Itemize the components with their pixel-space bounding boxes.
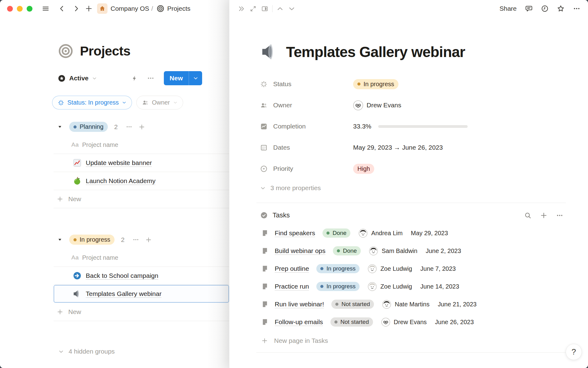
project-row[interactable]: Launch Notion Academy <box>54 172 229 190</box>
task-date[interactable]: June 26, 2023 <box>435 319 474 326</box>
side-peek-icon[interactable] <box>261 5 269 13</box>
task-person[interactable]: Andrea Lim <box>371 230 402 237</box>
filter-status-pill[interactable]: Status: In progress <box>52 96 132 109</box>
project-title[interactable]: Back to School campaign <box>86 272 158 279</box>
new-button-dropdown[interactable] <box>189 71 202 85</box>
comment-icon[interactable] <box>525 5 533 13</box>
chevron-down-icon[interactable] <box>288 5 296 13</box>
forward-icon[interactable] <box>72 5 80 13</box>
help-button[interactable]: ? <box>566 344 582 360</box>
new-row-button[interactable]: New <box>54 303 229 321</box>
property-label[interactable]: Owner <box>260 102 353 109</box>
breadcrumb-workspace[interactable]: Company OS <box>111 5 149 12</box>
task-person[interactable]: Drew Evans <box>394 319 427 326</box>
minimize-window-button[interactable] <box>17 6 23 12</box>
task-title[interactable]: Practice run <box>275 283 309 290</box>
task-date[interactable]: June 2, 2023 <box>426 247 461 255</box>
bolt-icon[interactable] <box>131 75 138 82</box>
task-status-tag[interactable]: Done <box>322 228 350 238</box>
task-title[interactable]: Build webinar ops <box>275 247 326 255</box>
task-status-tag[interactable]: In progress <box>316 282 360 291</box>
peek-title[interactable]: Templates Gallery webinar <box>286 44 465 60</box>
task-status-tag[interactable]: Done <box>333 246 361 255</box>
project-row[interactable]: Templates Gallery webinar <box>54 285 229 303</box>
task-person[interactable]: Zoe Ludwig <box>380 265 412 272</box>
view-tab-active[interactable]: Active <box>58 74 97 82</box>
task-status-tag[interactable]: Not started <box>331 300 374 309</box>
property-value[interactable]: Drew Evans <box>353 100 401 110</box>
task-title[interactable]: Follow-up emails <box>275 318 323 326</box>
collapse-triangle-icon[interactable] <box>58 237 62 242</box>
task-title[interactable]: Run live webinar! <box>275 301 324 308</box>
new-row-button[interactable]: New <box>54 190 229 208</box>
task-person[interactable]: Zoe Ludwig <box>380 283 412 290</box>
property-value[interactable]: In progress <box>353 79 398 89</box>
project-title[interactable]: Update website banner <box>86 159 152 167</box>
task-status-tag[interactable]: In progress <box>316 264 360 273</box>
expand-icon[interactable] <box>249 5 257 13</box>
column-header[interactable]: AaProject name <box>71 253 229 262</box>
property-label[interactable]: Priority <box>260 165 353 173</box>
property-label[interactable]: Status <box>260 80 353 88</box>
group-add-icon[interactable] <box>145 236 152 243</box>
task-row[interactable]: Practice run In progress Zoe Ludwig June… <box>260 278 566 295</box>
property-value[interactable]: High <box>353 164 374 174</box>
search-icon[interactable] <box>524 212 532 219</box>
task-title[interactable]: Find speakers <box>275 229 315 237</box>
close-window-button[interactable] <box>7 6 13 12</box>
task-title[interactable]: Prep outline <box>275 265 309 272</box>
zoom-window-button[interactable] <box>27 6 32 12</box>
tasks-title[interactable]: Tasks <box>273 211 290 219</box>
group-options-icon[interactable] <box>126 123 133 130</box>
task-date[interactable]: June 7, 2023 <box>420 265 456 272</box>
property-tag[interactable]: High <box>353 164 374 174</box>
task-person[interactable]: Sam Baldwin <box>382 247 417 255</box>
hidden-groups-toggle[interactable]: 4 hidden groups <box>58 348 229 355</box>
project-row[interactable]: Back to School campaign <box>54 267 229 285</box>
ellipsis-icon[interactable] <box>147 74 155 82</box>
property-text-value[interactable]: May 29, 2023 → June 26, 2023 <box>353 144 443 151</box>
new-button[interactable]: New <box>164 71 189 85</box>
project-title[interactable]: Templates Gallery webinar <box>86 290 161 297</box>
task-date[interactable]: June 21, 2023 <box>438 301 477 308</box>
plus-icon[interactable] <box>540 212 548 219</box>
group-add-icon[interactable] <box>138 124 145 130</box>
task-row[interactable]: Build webinar ops Done Sam Baldwin June … <box>260 242 566 260</box>
menu-icon[interactable] <box>42 5 50 13</box>
project-title[interactable]: Launch Notion Academy <box>86 177 156 185</box>
task-row[interactable]: Follow-up emails Not started Drew Evans … <box>260 313 566 331</box>
share-button[interactable]: Share <box>499 5 517 12</box>
new-page-button[interactable]: New page in Tasks <box>261 332 566 349</box>
column-header[interactable]: AaProject name <box>71 140 229 149</box>
back-icon[interactable] <box>58 5 66 13</box>
clock-icon[interactable] <box>541 5 549 13</box>
group-name-tag[interactable]: Planning <box>69 122 108 132</box>
home-button[interactable] <box>97 3 107 14</box>
collapse-triangle-icon[interactable] <box>58 125 62 129</box>
property-value[interactable]: 33.3% <box>353 123 468 130</box>
person-chip[interactable]: Drew Evans <box>353 100 401 110</box>
property-label[interactable]: Dates <box>260 144 353 151</box>
project-row[interactable]: Update website banner <box>54 154 229 172</box>
filter-owner-pill[interactable]: Owner <box>136 96 183 109</box>
star-icon[interactable] <box>557 5 565 13</box>
new-tab-icon[interactable] <box>85 5 93 13</box>
task-person[interactable]: Nate Martins <box>395 301 429 308</box>
breadcrumb-page[interactable]: Projects <box>167 5 190 12</box>
chevron-up-icon[interactable] <box>276 5 284 13</box>
task-row[interactable]: Run live webinar! Not started Nate Marti… <box>260 295 566 313</box>
task-date[interactable]: May 29, 2023 <box>411 230 448 237</box>
task-row[interactable]: Prep outline In progress Zoe Ludwig June… <box>260 260 566 278</box>
group-name-tag[interactable]: In progress <box>69 235 115 245</box>
ellipsis-icon[interactable] <box>573 5 581 13</box>
task-status-tag[interactable]: Not started <box>330 317 373 327</box>
task-date[interactable]: June 14, 2023 <box>420 283 459 290</box>
property-tag[interactable]: In progress <box>353 79 398 89</box>
group-options-icon[interactable] <box>132 236 139 243</box>
speaker-icon[interactable] <box>260 42 279 61</box>
property-label[interactable]: Completion <box>260 123 353 130</box>
property-value[interactable]: May 29, 2023 → June 26, 2023 <box>353 144 443 151</box>
double-chevron-right-icon[interactable] <box>238 5 245 13</box>
task-row[interactable]: Find speakers Done Andrea Lim May 29, 20… <box>260 224 566 242</box>
more-properties-toggle[interactable]: 3 more properties <box>260 184 566 192</box>
